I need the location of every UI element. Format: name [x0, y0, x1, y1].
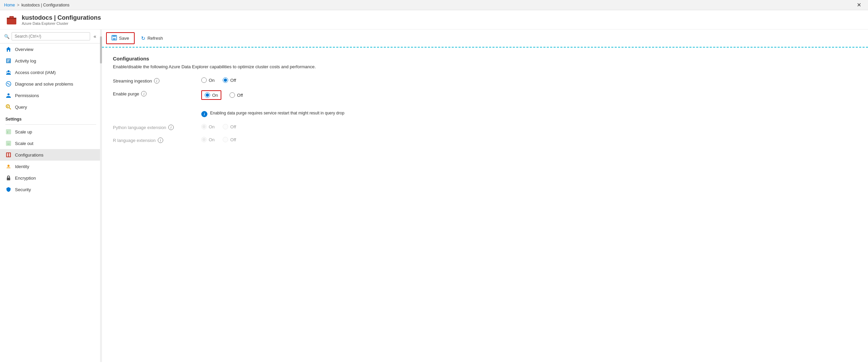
config-label-text-enable-purge: Enable purge	[113, 91, 139, 96]
sidebar-item-identity[interactable]: Identity	[0, 161, 102, 172]
query-icon	[5, 104, 12, 110]
svg-rect-26	[7, 178, 10, 180]
radio-off-streaming-ingestion[interactable]: Off	[223, 77, 236, 83]
radio-label-off-streaming-ingestion: Off	[230, 78, 236, 83]
settings-section-label: Settings	[0, 113, 102, 123]
refresh-button[interactable]: ↻ Refresh	[136, 33, 168, 44]
page-title: Configurations	[113, 56, 857, 61]
radio-on-enable-purge[interactable]: On	[205, 92, 218, 98]
svg-rect-3	[10, 17, 13, 18]
info-icon-python-language[interactable]: i	[168, 125, 174, 130]
radio-options-python-language: On Off	[201, 124, 236, 129]
radio-on-highlight-enable-purge: On	[201, 90, 221, 100]
save-button[interactable]: Save	[106, 32, 135, 44]
sidebar-item-encryption[interactable]: Encryption	[0, 172, 102, 184]
sidebar-item-label-scale-up: Scale up	[15, 129, 32, 134]
sidebar-item-query[interactable]: Query	[0, 101, 102, 113]
page-content: Configurations Enable/disable the follow…	[102, 48, 868, 362]
radio-group-enable-purge: On Off i Enabling data purge requires se…	[201, 90, 344, 117]
radio-input-off-enable-purge[interactable]	[229, 92, 235, 98]
header-title: kustodocs | Configurations	[22, 14, 101, 21]
radio-on-r-language: On	[201, 137, 215, 142]
radio-off-enable-purge[interactable]: Off	[229, 92, 243, 98]
radio-on-streaming-ingestion[interactable]: On	[201, 77, 215, 83]
info-icon-r-language[interactable]: i	[158, 138, 163, 143]
svg-text:↔: ↔	[7, 142, 10, 146]
top-bar: Home > kustodocs | Configurations ✕	[0, 0, 868, 10]
identity-icon	[5, 163, 12, 169]
svg-marker-4	[6, 47, 11, 52]
radio-input-on-streaming-ingestion[interactable]	[201, 77, 207, 83]
radio-label-on-r-language: On	[209, 137, 215, 142]
radio-options-enable-purge: On Off	[201, 90, 243, 100]
svg-rect-17	[7, 107, 8, 107]
sidebar-item-label-identity: Identity	[15, 164, 29, 169]
svg-rect-28	[113, 35, 116, 37]
svg-rect-24	[9, 153, 10, 157]
config-label-enable-purge: Enable purge i	[113, 90, 188, 96]
radio-label-on-python-language: On	[209, 124, 215, 129]
sidebar-item-label-activity-log: Activity log	[15, 58, 36, 63]
svg-point-25	[7, 165, 10, 167]
sidebar-item-scale-out[interactable]: ↔ Scale out	[0, 138, 102, 149]
radio-on-python-language: On	[201, 124, 215, 129]
radio-label-off-python-language: Off	[230, 124, 236, 129]
nav-items: Overview Activity log Access control (IA…	[0, 43, 102, 113]
config-label-text-streaming-ingestion: Streaming ingestion	[113, 78, 152, 84]
encryption-icon	[5, 175, 12, 181]
info-icon-enable-purge[interactable]: i	[141, 91, 147, 96]
scale-out-icon: ↔	[5, 140, 12, 146]
collapse-sidebar-button[interactable]: «	[92, 33, 98, 40]
sidebar-item-permissions[interactable]: Permissions	[0, 90, 102, 101]
radio-off-python-language: Off	[223, 124, 236, 129]
info-circle-enable-purge: i	[201, 111, 207, 117]
breadcrumb-home[interactable]: Home	[4, 3, 15, 7]
settings-divider	[5, 124, 96, 125]
search-icon: 🔍	[4, 34, 10, 39]
content-area: Save ↻ Refresh Configurations Enable/dis…	[102, 30, 868, 362]
svg-point-14	[6, 105, 10, 108]
svg-point-10	[6, 71, 7, 73]
breadcrumb-separator: >	[17, 3, 19, 7]
radio-group-streaming-ingestion: On Off	[201, 77, 236, 83]
config-label-python-language: Python language extension i	[113, 124, 188, 130]
settings-items: ↑ Scale up ↔ Scale out Configurations Id…	[0, 126, 102, 195]
close-button[interactable]: ✕	[854, 2, 864, 8]
sidebar-item-diagnose[interactable]: Diagnose and solve problems	[0, 78, 102, 90]
sidebar-item-label-access-control: Access control (IAM)	[15, 70, 56, 75]
scale-up-icon: ↑	[5, 129, 12, 135]
resource-icon	[5, 14, 18, 26]
radio-label-on-enable-purge: On	[212, 93, 218, 98]
radio-input-on-enable-purge[interactable]	[205, 92, 210, 98]
svg-rect-16	[7, 106, 9, 106]
info-message-enable-purge: i Enabling data purge requires service r…	[201, 111, 344, 117]
sidebar-item-activity-log[interactable]: Activity log	[0, 55, 102, 67]
radio-group-python-language: On Off	[201, 124, 236, 129]
sidebar-item-overview[interactable]: Overview	[0, 43, 102, 55]
sidebar-item-label-permissions: Permissions	[15, 93, 39, 98]
sidebar-item-security[interactable]: Security	[0, 184, 102, 195]
config-label-streaming-ingestion: Streaming ingestion i	[113, 77, 188, 84]
configurations-icon	[5, 152, 12, 158]
radio-input-off-r-language	[223, 137, 228, 142]
info-icon-streaming-ingestion[interactable]: i	[154, 78, 159, 84]
config-row-python-language: Python language extension i On Off	[113, 124, 857, 130]
info-message-text-enable-purge: Enabling data purge requires service res…	[210, 111, 344, 115]
config-rows: Streaming ingestion i On Off Enable purg…	[113, 77, 857, 143]
overview-icon	[5, 46, 12, 52]
sidebar-item-scale-up[interactable]: ↑ Scale up	[0, 126, 102, 138]
sidebar-item-access-control[interactable]: Access control (IAM)	[0, 67, 102, 78]
header-text: kustodocs | Configurations Azure Data Ex…	[22, 14, 101, 25]
sidebar-item-label-encryption: Encryption	[15, 176, 36, 181]
radio-label-off-r-language: Off	[230, 137, 236, 142]
radio-input-off-streaming-ingestion[interactable]	[223, 77, 228, 83]
access-control-icon	[5, 69, 12, 75]
config-row-r-language: R language extension i On Off	[113, 137, 857, 143]
sidebar-item-configurations[interactable]: Configurations	[0, 149, 102, 161]
breadcrumb-current: kustodocs | Configurations	[21, 3, 69, 7]
search-input[interactable]	[12, 32, 90, 40]
page-header: kustodocs | Configurations Azure Data Ex…	[0, 10, 868, 30]
config-label-text-python-language: Python language extension	[113, 125, 166, 130]
svg-line-15	[9, 108, 11, 109]
sidebar-item-label-query: Query	[15, 105, 27, 110]
